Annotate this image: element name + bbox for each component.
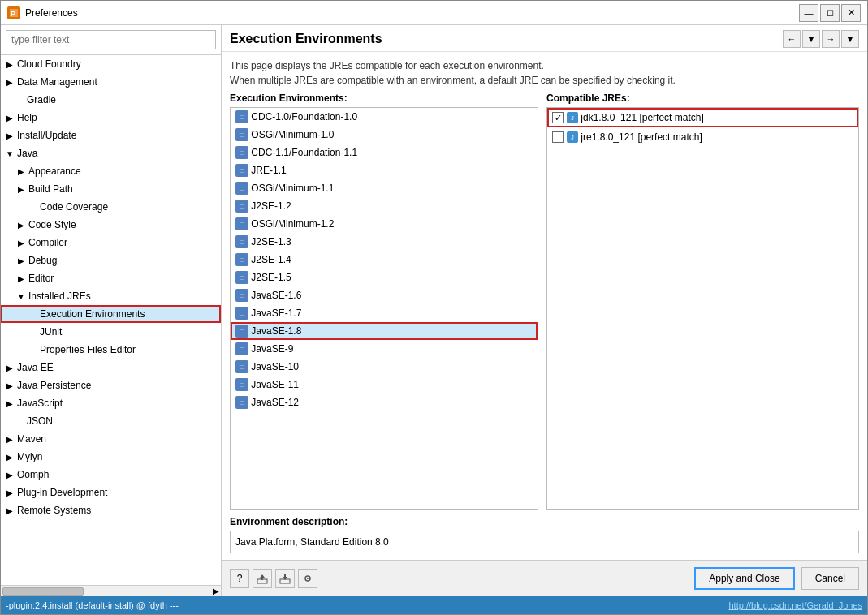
env-list-item[interactable]: □ J2SE-1.5 bbox=[231, 269, 538, 286]
sidebar-item-build-path[interactable]: ▶ Build Path bbox=[1, 180, 221, 198]
env-list-label: Execution Environments: bbox=[230, 92, 538, 104]
env-list-item[interactable]: □ JRE-1.1 bbox=[231, 161, 538, 179]
env-desc-input[interactable] bbox=[230, 531, 859, 553]
export-button[interactable] bbox=[253, 569, 272, 588]
env-list-item[interactable]: □ OSGi/Minimum-1.0 bbox=[231, 126, 538, 144]
sidebar: ▶ Cloud Foundry ▶ Data Management Gradle… bbox=[1, 25, 222, 596]
expand-icon: ▶ bbox=[4, 451, 15, 462]
sidebar-item-execution-environments[interactable]: Execution Environments bbox=[1, 305, 221, 323]
expand-icon: ▶ bbox=[15, 255, 27, 266]
env-icon: □ bbox=[235, 253, 248, 266]
sidebar-item-oomph[interactable]: ▶ Oomph bbox=[1, 466, 221, 484]
env-list-item[interactable]: □ JavaSE-10 bbox=[231, 358, 538, 376]
jre-checkbox-jdk18[interactable]: ✓ bbox=[552, 112, 564, 123]
env-item-label: OSGi/Minimum-1.2 bbox=[251, 218, 334, 230]
jre-list-label: Compatible JREs: bbox=[546, 92, 859, 104]
window-icon: P bbox=[7, 6, 20, 19]
sidebar-item-remote-systems[interactable]: ▶ Remote Systems bbox=[1, 501, 221, 519]
sidebar-item-code-style[interactable]: ▶ Code Style bbox=[1, 216, 221, 234]
env-list-item[interactable]: □ CDC-1.1/Foundation-1.1 bbox=[231, 144, 538, 161]
sidebar-item-appearance[interactable]: ▶ Appearance bbox=[1, 162, 221, 180]
env-item-label: JRE-1.1 bbox=[251, 165, 286, 176]
close-button[interactable]: ✕ bbox=[841, 4, 861, 22]
jre-item-jdk18[interactable]: ✓ J jdk1.8.0_121 [perfect match] bbox=[547, 108, 858, 127]
sidebar-item-junit[interactable]: JUnit bbox=[1, 323, 221, 341]
sidebar-item-installed-jres[interactable]: ▼ Installed JREs bbox=[1, 287, 221, 305]
jre-item-label: jre1.8.0_121 [perfect match] bbox=[581, 131, 702, 143]
env-icon: □ bbox=[235, 271, 248, 284]
sidebar-item-install-update[interactable]: ▶ Install/Update bbox=[1, 127, 221, 144]
sidebar-item-label: Gradle bbox=[27, 94, 56, 105]
sidebar-item-label: Oomph bbox=[17, 469, 49, 480]
env-item-label: J2SE-1.5 bbox=[251, 272, 291, 283]
sidebar-item-editor[interactable]: ▶ Editor bbox=[1, 269, 221, 287]
sidebar-item-label: Java EE bbox=[17, 362, 54, 373]
sidebar-item-label: JavaScript bbox=[17, 398, 63, 409]
minimize-button[interactable]: — bbox=[799, 4, 818, 22]
sidebar-item-java[interactable]: ▼ Java bbox=[1, 144, 221, 162]
env-list-item[interactable]: □ JavaSE-11 bbox=[231, 376, 538, 394]
sidebar-item-cloud-foundry[interactable]: ▶ Cloud Foundry bbox=[1, 55, 221, 73]
env-list-item[interactable]: □ JavaSE-12 bbox=[231, 394, 538, 411]
sidebar-item-properties-files-editor[interactable]: Properties Files Editor bbox=[1, 341, 221, 359]
bottom-left-buttons: ? bbox=[230, 569, 317, 588]
sidebar-item-json[interactable]: JSON bbox=[1, 412, 221, 430]
nav-forward-button[interactable]: → bbox=[822, 30, 840, 48]
help-button[interactable]: ? bbox=[230, 569, 249, 588]
env-list-item[interactable]: □ J2SE-1.2 bbox=[231, 197, 538, 215]
env-list-item[interactable]: □ JavaSE-9 bbox=[231, 340, 538, 358]
sidebar-item-gradle[interactable]: Gradle bbox=[1, 91, 221, 109]
sidebar-item-label: Plug-in Development bbox=[17, 487, 107, 498]
h-scroll-thumb[interactable] bbox=[2, 587, 84, 596]
sidebar-scrollbar[interactable]: ▶ bbox=[1, 585, 221, 596]
jre-item-jre18[interactable]: J jre1.8.0_121 [perfect match] bbox=[547, 127, 858, 147]
expand-icon: ▶ bbox=[15, 273, 27, 284]
env-list-item-javase18[interactable]: □ JavaSE-1.8 bbox=[231, 322, 538, 340]
jre-list-box[interactable]: ✓ J jdk1.8.0_121 [perfect match] J jre1.… bbox=[546, 107, 859, 510]
nav-dropdown-button[interactable]: ▼ bbox=[802, 30, 820, 48]
scroll-right-btn[interactable]: ▶ bbox=[213, 587, 219, 596]
sidebar-item-mylyn[interactable]: ▶ Mylyn bbox=[1, 448, 221, 466]
sidebar-item-data-management[interactable]: ▶ Data Management bbox=[1, 73, 221, 91]
sidebar-item-java-ee[interactable]: ▶ Java EE bbox=[1, 359, 221, 376]
sidebar-item-code-coverage[interactable]: Code Coverage bbox=[1, 198, 221, 216]
env-item-label: OSGi/Minimum-1.0 bbox=[251, 129, 334, 140]
env-list-item[interactable]: □ OSGi/Minimum-1.2 bbox=[231, 215, 538, 233]
sidebar-item-plugin-development[interactable]: ▶ Plug-in Development bbox=[1, 484, 221, 501]
env-list-item[interactable]: □ J2SE-1.3 bbox=[231, 233, 538, 251]
env-description: Environment description: bbox=[222, 510, 867, 560]
restore-button[interactable]: ◻ bbox=[820, 4, 840, 22]
env-icon: □ bbox=[235, 325, 248, 338]
env-item-label: CDC-1.1/Foundation-1.1 bbox=[251, 147, 357, 158]
status-link[interactable]: http://blog.csdn.net/Gerald_Jones bbox=[729, 600, 863, 610]
env-list-item[interactable]: □ JavaSE-1.7 bbox=[231, 304, 538, 322]
nav-back-button[interactable]: ← bbox=[783, 30, 801, 48]
expand-icon: ▶ bbox=[4, 76, 15, 88]
search-input[interactable] bbox=[6, 30, 216, 49]
sidebar-item-debug[interactable]: ▶ Debug bbox=[1, 252, 221, 269]
import-button[interactable] bbox=[275, 569, 295, 588]
apply-close-button[interactable]: Apply and Close bbox=[694, 567, 794, 590]
sidebar-item-javascript[interactable]: ▶ JavaScript bbox=[1, 394, 221, 412]
env-icon: □ bbox=[235, 164, 248, 177]
panel-header: Execution Environments ← ▼ → ▼ bbox=[222, 25, 867, 52]
env-list-item[interactable]: □ J2SE-1.4 bbox=[231, 251, 538, 269]
env-list-item[interactable]: □ OSGi/Minimum-1.1 bbox=[231, 179, 538, 197]
content-split: Execution Environments: □ CDC-1.0/Founda… bbox=[222, 92, 867, 510]
expand-icon: ▶ bbox=[4, 398, 15, 409]
jre-checkbox-jre18[interactable] bbox=[552, 131, 564, 143]
status-text: -plugin:2.4:install (default-install) @ … bbox=[6, 600, 179, 610]
sidebar-item-help[interactable]: ▶ Help bbox=[1, 109, 221, 127]
env-item-label: CDC-1.0/Foundation-1.0 bbox=[251, 111, 357, 123]
cancel-button[interactable]: Cancel bbox=[801, 567, 859, 590]
env-list-item[interactable]: □ CDC-1.0/Foundation-1.0 bbox=[231, 108, 538, 126]
env-list-item[interactable]: □ JavaSE-1.6 bbox=[231, 286, 538, 304]
sidebar-item-label: Cloud Foundry bbox=[17, 58, 81, 70]
sidebar-item-maven[interactable]: ▶ Maven bbox=[1, 430, 221, 448]
sidebar-item-java-persistence[interactable]: ▶ Java Persistence bbox=[1, 376, 221, 394]
env-item-label: JavaSE-11 bbox=[251, 379, 299, 390]
settings-button[interactable] bbox=[298, 569, 317, 588]
sidebar-item-compiler[interactable]: ▶ Compiler bbox=[1, 234, 221, 252]
env-list-box[interactable]: □ CDC-1.0/Foundation-1.0 □ OSGi/Minimum-… bbox=[230, 107, 538, 510]
nav-forward-dropdown-button[interactable]: ▼ bbox=[841, 30, 859, 48]
